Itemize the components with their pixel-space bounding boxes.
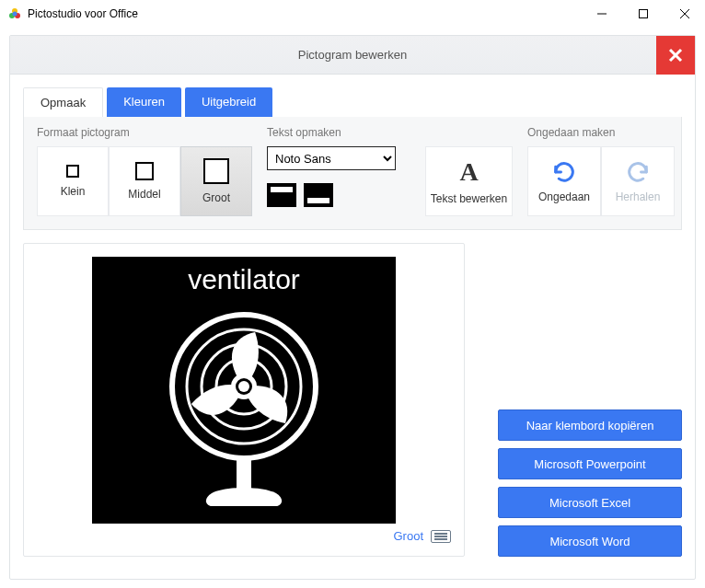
herhalen-label: Herhalen (616, 190, 661, 203)
keyboard-icon[interactable] (431, 530, 451, 543)
content-area: ventilator (10, 243, 695, 570)
size-groot-label: Groot (202, 191, 230, 204)
preview-card: ventilator (23, 243, 465, 557)
font-select[interactable]: Noto Sans (267, 146, 396, 170)
svg-rect-17 (237, 457, 251, 490)
titlebar: Pictostudio voor Office (0, 0, 705, 28)
preview-size-label: Groot (393, 529, 423, 543)
close-icon (680, 9, 689, 18)
tekst-bewerken-label: Tekst bewerken (431, 192, 507, 205)
size-middel-label: Middel (128, 188, 160, 201)
size-middel-button[interactable]: Middel (109, 146, 180, 216)
window-title: Pictostudio voor Office (28, 7, 581, 20)
close-icon (668, 48, 683, 63)
letter-a-icon: A (459, 157, 478, 187)
svg-point-3 (13, 11, 17, 16)
maximize-icon (639, 9, 648, 18)
close-dialog-button[interactable] (656, 36, 695, 75)
svg-rect-5 (639, 9, 647, 17)
label-top-button[interactable] (267, 183, 296, 207)
group-format-label: Formaat pictogram (37, 126, 252, 139)
panel-header: Pictogram bewerken (10, 36, 695, 75)
tekst-bewerken-button[interactable]: A Tekst bewerken (425, 146, 513, 216)
minimize-button[interactable] (581, 0, 622, 28)
size-klein-label: Klein (61, 185, 86, 198)
pictogram-label: ventilator (188, 264, 300, 295)
minimize-icon (597, 9, 607, 18)
undo-icon (551, 159, 577, 185)
svg-point-16 (238, 381, 249, 392)
fan-icon (133, 299, 354, 520)
square-medium-icon (135, 162, 154, 180)
app-logo-icon (7, 6, 22, 21)
label-bottom-button[interactable] (304, 183, 333, 207)
group-text: Tekst opmaken Noto Sans (267, 126, 396, 216)
tab-uitgebreid[interactable]: Uitgebreid (185, 87, 272, 117)
group-undo: Ongedaan maken Ongedaan Herhalen (527, 126, 675, 216)
square-small-icon (66, 165, 79, 178)
tab-kleuren[interactable]: Kleuren (107, 87, 181, 117)
tab-opmaak[interactable]: Opmaak (23, 87, 103, 117)
pictogram-preview: ventilator (92, 257, 396, 524)
export-word-button[interactable]: Microsoft Word (498, 525, 682, 557)
maximize-button[interactable] (622, 0, 664, 28)
action-buttons: Naar klembord kopiëren Microsoft Powerpo… (498, 243, 682, 557)
panel-title: Pictogram bewerken (298, 48, 408, 62)
dialog-panel: Pictogram bewerken Opmaak Kleuren Uitgeb… (9, 35, 696, 580)
size-groot-button[interactable]: Groot (180, 146, 252, 216)
size-klein-button[interactable]: Klein (37, 146, 109, 216)
redo-icon (625, 159, 651, 185)
group-format: Formaat pictogram Klein Middel Groot (37, 126, 252, 216)
group-edit-text: A Tekst bewerken (425, 126, 513, 216)
tab-row: Opmaak Kleuren Uitgebreid (10, 75, 695, 117)
ongedaan-button[interactable]: Ongedaan (527, 146, 601, 216)
export-excel-button[interactable]: Microsoft Excel (498, 487, 682, 518)
group-undo-label: Ongedaan maken (527, 126, 675, 139)
close-window-button[interactable] (664, 0, 705, 28)
herhalen-button[interactable]: Herhalen (601, 146, 675, 216)
ongedaan-label: Ongedaan (538, 190, 590, 203)
copy-clipboard-button[interactable]: Naar klembord kopiëren (498, 409, 682, 441)
preview-footer: Groot (37, 524, 451, 543)
export-powerpoint-button[interactable]: Microsoft Powerpoint (498, 448, 682, 479)
toolbar: Formaat pictogram Klein Middel Groot Tek… (23, 117, 682, 230)
group-text-label: Tekst opmaken (267, 126, 396, 139)
square-large-icon (203, 158, 229, 184)
